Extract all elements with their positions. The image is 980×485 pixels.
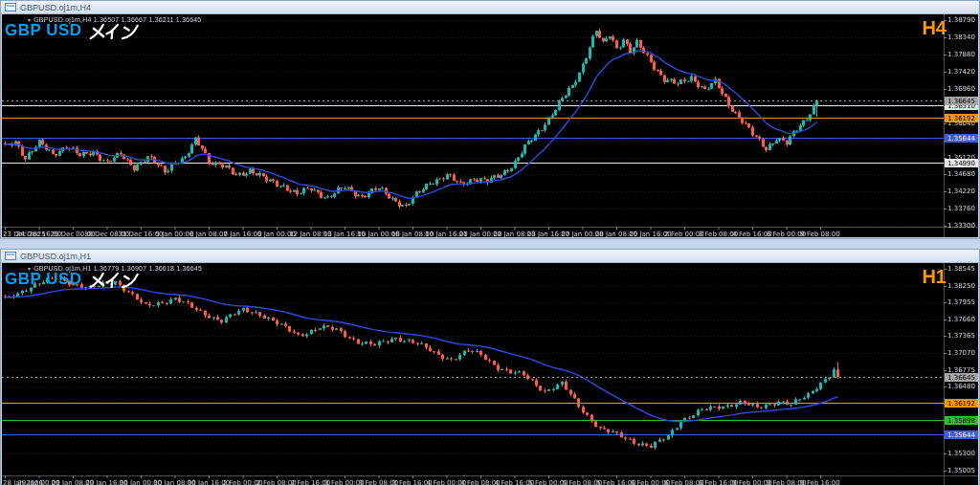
mt4-workspace: GBPUSD.oj1m,H4 ▾GBPUSD.oj1m,H4 1.36507 1…	[0, 0, 980, 485]
chart-window-h4-titlebar[interactable]: GBPUSD.oj1m,H4	[1, 1, 979, 14]
chart-window-h4: GBPUSD.oj1m,H4 ▾GBPUSD.oj1m,H4 1.36507 1…	[0, 0, 980, 239]
chart-window-h1: GBPUSD.oj1m,H1 ▾GBPUSD.oj1m,H1 1.36779 1…	[0, 249, 980, 485]
chart-window-icon	[5, 252, 16, 260]
chart-window-title: GBPUSD.oj1m,H1	[20, 252, 91, 261]
h1-chart-canvas[interactable]	[2, 263, 978, 485]
chart-window-icon	[5, 3, 16, 11]
chart-window-h1-titlebar[interactable]: GBPUSD.oj1m,H1	[1, 250, 979, 263]
chart-window-title: GBPUSD.oj1m,H4	[20, 3, 91, 12]
h4-chart-canvas[interactable]	[2, 14, 978, 237]
